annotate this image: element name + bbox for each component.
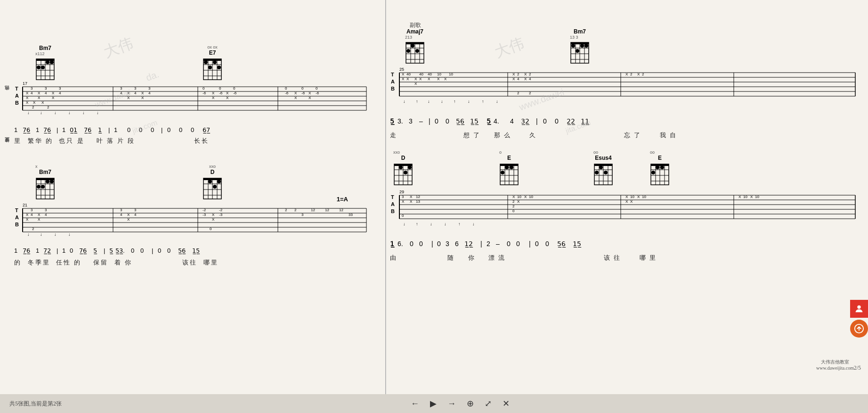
svg-text:X: X xyxy=(127,91,130,95)
svg-text:0: 0 xyxy=(139,126,142,133)
svg-text:X: X xyxy=(26,91,29,95)
svg-text:3: 3 xyxy=(31,208,33,212)
next-button[interactable]: → xyxy=(446,399,458,409)
svg-text:X: X xyxy=(437,77,440,81)
zoom-button[interactable]: ⊕ xyxy=(465,398,476,409)
svg-text:↓: ↓ xyxy=(68,232,71,237)
svg-text:B: B xyxy=(391,208,395,214)
svg-point-222 xyxy=(584,44,588,48)
svg-text:0: 0 xyxy=(516,240,520,248)
svg-text:↓: ↓ xyxy=(468,99,470,104)
svg-text:0: 0 xyxy=(167,247,170,254)
svg-text:X: X xyxy=(41,100,44,105)
svg-text:–: – xyxy=(496,240,500,248)
tab-svg-row2: T A B 21 X 3 X 3 X 4 xyxy=(14,203,367,240)
svg-text:X: X xyxy=(625,195,628,199)
svg-point-8 xyxy=(37,66,41,69)
svg-text:2: 2 xyxy=(32,227,34,231)
prev-button[interactable]: ← xyxy=(409,399,421,409)
svg-point-132 xyxy=(213,185,217,189)
lyrics-row2-left: 的 冬季里 任性 的 保留 着 你 该往 哪里 xyxy=(14,258,367,267)
svg-point-335 xyxy=(656,165,659,169)
svg-text:X: X xyxy=(33,100,36,105)
fullscreen-button[interactable]: ⤢ xyxy=(483,398,494,409)
svg-text:12: 12 xyxy=(339,208,343,212)
svg-text:-6: -6 xyxy=(301,91,305,95)
svg-text:3: 3 xyxy=(45,86,47,91)
svg-point-323 xyxy=(595,171,599,174)
svg-text:2: 2 xyxy=(529,72,531,76)
svg-text:3: 3 xyxy=(31,86,33,91)
svg-text:4: 4 xyxy=(148,91,151,95)
svg-text:4: 4 xyxy=(134,91,137,95)
svg-text:10: 10 xyxy=(755,195,759,199)
svg-text:|: | xyxy=(480,240,482,248)
svg-text:5̲: 5̲ xyxy=(109,247,114,254)
svg-text:25: 25 xyxy=(399,67,404,72)
upload-button[interactable] xyxy=(850,320,868,338)
svg-text:2: 2 xyxy=(512,204,515,208)
svg-text:1: 1 xyxy=(114,126,117,133)
svg-point-402 xyxy=(857,306,860,309)
left-panel: Bm7 x112 ox o xyxy=(0,0,386,394)
svg-text:|: | xyxy=(108,126,110,133)
svg-point-303 xyxy=(408,165,412,169)
svg-text:T: T xyxy=(15,86,18,91)
notation-row1-right: 5̲ 3. 3 – | 0 0 5̲6̲ 1̲5̲ 5̲ 4. 4 3̲2̲ |… xyxy=(390,113,856,132)
svg-text:2: 2 xyxy=(642,72,644,76)
svg-point-313 xyxy=(505,165,509,169)
svg-text:X: X xyxy=(52,91,55,95)
svg-text:3.: 3. xyxy=(397,117,403,125)
notation-svg-right-row2: 1̲ 6. 0 0 | 0 3 6 1̲2̲ | 2 – 0 0 | 0 0 5… xyxy=(390,236,856,252)
tab-staff-right-row1: T A B 25 X 40 xyxy=(390,66,856,110)
svg-text:2: 2 xyxy=(32,105,34,109)
svg-text:1̲2̲: 1̲2̲ xyxy=(464,240,473,248)
svg-point-210 xyxy=(406,49,410,53)
user-button[interactable] xyxy=(850,300,868,318)
chord-name-d: D xyxy=(203,169,222,175)
svg-text:X: X xyxy=(738,195,741,199)
svg-text:3: 3 xyxy=(402,195,404,199)
chord-bm7-left-2: x Bm7 xyxy=(35,164,55,202)
svg-text:A: A xyxy=(15,93,19,99)
svg-text:X: X xyxy=(127,217,130,222)
svg-point-324 xyxy=(599,165,603,169)
svg-text:0: 0 xyxy=(219,86,221,91)
svg-text:10: 10 xyxy=(529,195,533,199)
play-button[interactable]: ▶ xyxy=(428,398,438,409)
lyrics-row1-right: 走 想了 那么 久 忘了 我自 xyxy=(390,131,856,140)
svg-text:↑: ↑ xyxy=(458,222,461,226)
svg-text:X: X xyxy=(512,195,515,199)
svg-text:3: 3 xyxy=(120,208,122,212)
svg-text:↓: ↓ xyxy=(444,222,446,226)
chord-grid-amaj7 xyxy=(405,40,425,64)
svg-text:0: 0 xyxy=(535,240,539,248)
svg-text:X: X xyxy=(38,96,41,100)
svg-text:↓: ↓ xyxy=(27,110,30,115)
lyrics-row2-right: 由 随 你 漂流 该往 哪里 xyxy=(390,254,856,262)
svg-text:|: | xyxy=(429,117,430,125)
svg-point-131 xyxy=(208,180,212,183)
svg-point-120 xyxy=(41,185,45,189)
side-buttons xyxy=(850,300,868,338)
chord-e-right-2: oo E xyxy=(650,150,670,188)
svg-text:4: 4 xyxy=(45,91,47,95)
svg-text:X: X xyxy=(524,77,527,81)
svg-text:0: 0 xyxy=(131,247,134,254)
svg-text:7̲6̲: 7̲6̲ xyxy=(23,126,31,133)
svg-text:X: X xyxy=(512,72,515,76)
svg-text:X: X xyxy=(630,199,633,204)
close-button[interactable]: ✕ xyxy=(501,398,511,409)
svg-text:1: 1 xyxy=(14,126,17,133)
svg-text:0: 0 xyxy=(545,240,549,248)
svg-point-334 xyxy=(651,171,655,174)
svg-text:X: X xyxy=(38,217,41,222)
svg-text:0: 0 xyxy=(233,86,235,91)
chord-grid-e-right xyxy=(499,161,519,186)
svg-text:|: | xyxy=(57,247,58,254)
notation-row2-left: 1 7̲6̲ 1 7̲2̲ | 1 0 7̲6̲ 5̲ | 5̲ 5̲3̲. 0… xyxy=(14,244,367,260)
svg-text:↓: ↓ xyxy=(54,110,57,115)
svg-text:1̲5̲: 1̲5̲ xyxy=(192,247,200,254)
svg-text:1: 1 xyxy=(62,126,65,133)
svg-text:2: 2 xyxy=(487,240,490,248)
